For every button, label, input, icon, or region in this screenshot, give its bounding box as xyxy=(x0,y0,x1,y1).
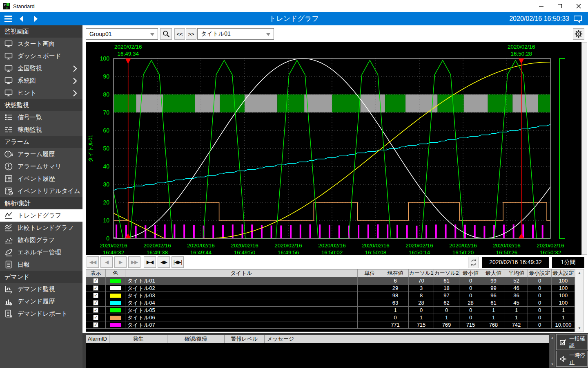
visible-checkbox[interactable]: ✓ xyxy=(93,322,98,328)
display-start-time[interactable]: 2020/02/16 16:49:32 xyxy=(482,257,549,268)
svg-text:2020/02/16: 2020/02/16 xyxy=(508,44,535,50)
sidebar-item-hint[interactable]: ヒント xyxy=(0,87,82,99)
demand-report-icon xyxy=(4,309,13,318)
sidebar-section-header: 状態監視 xyxy=(0,99,82,111)
sidebar-item-daily-report[interactable]: 日報 xyxy=(0,258,82,271)
unit-cell xyxy=(358,277,382,285)
value-cell: 0 xyxy=(459,307,482,314)
application-window: PB Standard トレンドグラフ 2020/02/16 16:50:33 … xyxy=(0,0,588,368)
scroll-up-icon[interactable]: ▲ xyxy=(575,271,584,275)
svg-text:タイトル01: タイトル01 xyxy=(87,135,94,162)
table-scrollbar[interactable]: ▲ ▼ xyxy=(575,269,584,332)
value-cell: 61 xyxy=(434,277,459,285)
column-header: 最大値 xyxy=(482,269,505,277)
svg-text:2020/02/16: 2020/02/16 xyxy=(187,242,215,249)
visible-checkbox[interactable]: ✓ xyxy=(93,278,98,283)
table-row[interactable]: ✓タイトル046328622861450100 xyxy=(86,299,575,307)
window-titlebar: PB Standard xyxy=(0,0,588,12)
table-row[interactable]: ✓タイトル0601101101 xyxy=(86,314,575,321)
column-header: 単位 xyxy=(358,269,382,277)
value-cell: 0 xyxy=(409,307,434,314)
trend-chart[interactable]: 01020304050607080901002020/02/1616:49:32… xyxy=(86,42,581,255)
table-row[interactable]: ✓タイトル0229318099460100 xyxy=(86,285,575,292)
sidebar-item-start-screen[interactable]: スタート画面 xyxy=(0,38,82,50)
sidebar-item-alarm-history[interactable]: アラーム履歴 xyxy=(0,148,82,160)
sidebar-item-compare-trend-graph[interactable]: 比較トレンドグラフ xyxy=(0,222,82,234)
nav-cursors-together-button[interactable]: ▶◀ xyxy=(144,256,156,268)
next-group-button[interactable]: >> xyxy=(186,28,196,40)
color-swatch xyxy=(110,279,121,283)
visible-checkbox[interactable]: ✓ xyxy=(93,315,98,320)
scroll-up-icon[interactable]: ▲ xyxy=(550,336,555,339)
title-select[interactable]: タイトル01 xyxy=(197,28,274,40)
visible-checkbox[interactable]: ✓ xyxy=(93,300,98,305)
sidebar-item-signal-list[interactable]: 信号一覧 xyxy=(0,111,82,123)
trend-graph-icon xyxy=(4,211,13,220)
signal-list-icon xyxy=(4,113,13,122)
color-cell xyxy=(106,307,125,314)
sidebar-item-energy-management[interactable]: エネルギー管理 xyxy=(0,246,82,258)
nav-cursors-range-button[interactable]: |◀▶| xyxy=(172,256,184,268)
sidebar-item-event-realtime[interactable]: イベントリアルタイム xyxy=(0,185,82,197)
sidebar-item-label: デマンド監視 xyxy=(18,285,55,293)
value-cell: 769 xyxy=(434,321,459,329)
nav-step-back-button[interactable]: ◀ xyxy=(100,256,113,268)
table-row[interactable]: ✓タイトル07771715769715768742010,000 xyxy=(86,321,575,329)
chart-scrollbar[interactable] xyxy=(581,42,587,255)
table-row[interactable]: ✓タイトル0398897096360100 xyxy=(86,292,575,299)
table-row[interactable]: ✓タイトル0510001101 xyxy=(86,307,575,314)
scroll-down-icon[interactable]: ▼ xyxy=(550,363,555,366)
visible-checkbox[interactable]: ✓ xyxy=(93,293,98,298)
speaker-pause-icon xyxy=(559,355,567,363)
table-header-row: 表示色タイトル単位現在値カーソル1カーソル2最小値最大値平均値最小設定最大設定 xyxy=(86,269,575,277)
value-cell: 70 xyxy=(409,277,434,285)
table-row[interactable]: ✓タイトル0167061099520100 xyxy=(86,277,575,285)
value-cell: 1 xyxy=(552,314,575,321)
nav-fast-rewind-button[interactable]: ◀◀ xyxy=(87,256,99,268)
color-swatch xyxy=(110,294,121,298)
group-select[interactable]: Group01 xyxy=(86,28,158,40)
message-icon[interactable] xyxy=(573,15,582,23)
prev-group-button[interactable]: << xyxy=(174,28,185,40)
minimize-button[interactable] xyxy=(532,0,550,12)
value-cell: 3 xyxy=(409,285,434,292)
sidebar-item-demand-report[interactable]: デマンドレポート xyxy=(0,307,82,320)
search-button[interactable] xyxy=(160,28,172,40)
visible-checkbox[interactable]: ✓ xyxy=(93,307,98,313)
display-range[interactable]: 1分間 xyxy=(552,257,584,268)
visible-cell: ✓ xyxy=(86,321,106,329)
nav-fast-forward-button[interactable]: ▶▶ xyxy=(128,256,140,268)
window-title: Standard xyxy=(13,3,35,9)
sidebar-item-alarm-summary[interactable]: アラームサマリ xyxy=(0,160,82,173)
value-cell: 28 xyxy=(409,299,434,307)
pause-sound-button[interactable]: 一時停止 xyxy=(556,351,588,367)
ack-all-button[interactable]: 一括確認 xyxy=(556,334,588,350)
alarm-column-header: 警報レベル xyxy=(225,335,265,343)
svg-text:B: B xyxy=(6,6,8,9)
nav-step-forward-button[interactable]: ▶ xyxy=(114,256,127,268)
visible-cell: ✓ xyxy=(86,292,106,299)
maximize-button[interactable] xyxy=(550,0,569,12)
sidebar-item-national-monitor[interactable]: 全国監視 xyxy=(0,62,82,74)
settings-button[interactable] xyxy=(573,28,584,40)
sidebar-item-trend-graph[interactable]: トレンドグラフ xyxy=(0,209,82,222)
close-button[interactable] xyxy=(569,0,588,12)
event-history-icon xyxy=(4,174,13,183)
scroll-down-icon[interactable]: ▼ xyxy=(575,326,584,330)
value-cell: 1 xyxy=(482,314,505,321)
sidebar-item-demand-monitor[interactable]: デマンド監視 xyxy=(0,283,82,295)
visible-checkbox[interactable]: ✓ xyxy=(93,285,98,291)
column-header: 色 xyxy=(106,269,125,277)
sidebar-item-event-history[interactable]: イベント履歴 xyxy=(0,173,82,185)
sidebar-item-demand-history[interactable]: デマンド履歴 xyxy=(0,295,82,307)
sidebar-item-system-diagram[interactable]: 系統図 xyxy=(0,74,82,87)
sidebar-item-scatter-graph[interactable]: 散布図グラフ xyxy=(0,234,82,246)
sidebar-item-operation-monitor[interactable]: 稼働監視 xyxy=(0,123,82,136)
visible-cell: ✓ xyxy=(86,285,106,292)
alarm-scrollbar[interactable]: ▲ ▼ xyxy=(550,334,555,367)
row-title: タイトル02 xyxy=(125,285,358,292)
value-cell: 1 xyxy=(382,307,409,314)
refresh-button[interactable] xyxy=(468,257,479,268)
nav-cursors-apart-button[interactable]: ◀▶ xyxy=(158,256,170,268)
sidebar-item-dashboard[interactable]: ダッシュボード xyxy=(0,50,82,62)
